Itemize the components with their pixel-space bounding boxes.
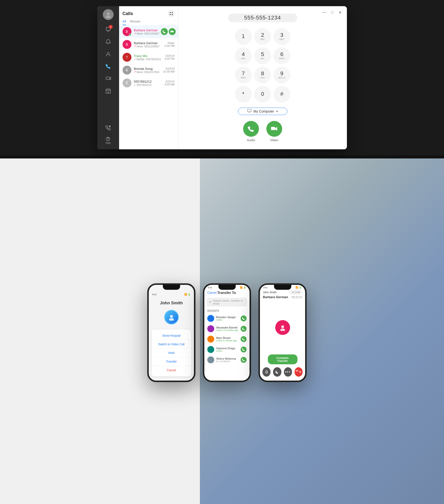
- hold-button[interactable]: [273, 367, 281, 377]
- contact-number: ↗ Work: 5553217654: [134, 71, 163, 74]
- call-button[interactable]: [241, 315, 247, 321]
- list-item[interactable]: # 5557891212 ↙ 5557891212 3/23/19 9:00 A…: [119, 77, 178, 89]
- list-item[interactable]: Giacomo Drago Active: [204, 344, 250, 355]
- list-item[interactable]: Sherry Mckenna Do not disturb: [204, 355, 250, 365]
- cancel-option[interactable]: Cancel: [152, 366, 191, 374]
- phone-2-mockup: 9:41 📶 🔋 Cancel Transfer To Search name,…: [203, 283, 251, 382]
- list-item[interactable]: B Brenda Song ↗ Work: 5553217654 3/24/19…: [119, 64, 178, 77]
- more-button[interactable]: •••: [284, 367, 292, 377]
- tab-missed[interactable]: Missed: [130, 19, 140, 25]
- calls-tabs: All Missed: [119, 17, 178, 25]
- phone-3-mockup: 9:41 📶 🔋 John Smith On Hold Barbara Germ…: [258, 283, 307, 382]
- svg-point-16: [170, 315, 173, 318]
- contact-avatar: [275, 320, 290, 335]
- search-placeholder: Search name, number or email: [213, 299, 245, 305]
- phone-notch: [274, 285, 291, 290]
- phone-1-screen: 9:41 📶 🔋 John Smith Show Keypad Switch t…: [149, 285, 194, 381]
- hold-option[interactable]: Hold: [152, 349, 191, 357]
- cancel-button[interactable]: Cancel: [207, 291, 216, 294]
- sidebar-item-calendar[interactable]: 18: [103, 86, 114, 97]
- section-label: RECENTS: [204, 309, 250, 313]
- end-call-button[interactable]: ✕: [295, 367, 303, 377]
- call-button[interactable]: [241, 347, 247, 352]
- list-item[interactable]: Brandon Seeger Active: [204, 313, 250, 324]
- phone-notch: [163, 285, 180, 290]
- sidebar-item-phone-settings[interactable]: [103, 122, 114, 133]
- list-item[interactable]: Alexandre Barrett Active 15 minutes ago: [204, 324, 250, 334]
- video-call-button[interactable]: [266, 121, 282, 137]
- phones-container: 9:41 📶 🔋 John Smith Show Keypad Switch t…: [137, 283, 307, 382]
- transfer-option[interactable]: Transfer: [152, 357, 191, 366]
- dial-key-star[interactable]: *: [235, 86, 252, 103]
- sidebar-item-meetings[interactable]: [103, 73, 114, 84]
- dial-key-6[interactable]: 6 MNO: [274, 47, 290, 64]
- dial-key-4[interactable]: 4 GHI: [235, 47, 252, 64]
- help-label: Help: [106, 142, 111, 144]
- list-item[interactable]: B Barbara German ↗ Work: 5551234567: [119, 25, 178, 38]
- dial-key-3[interactable]: 3 DEF: [274, 28, 290, 45]
- call-button[interactable]: [241, 357, 247, 363]
- monitor-icon: [247, 109, 251, 114]
- list-item[interactable]: T Tracy Wu ↙ Mobile: 5557654321 3/24/19 …: [119, 51, 178, 64]
- switch-video-option[interactable]: Switch to Video Call: [152, 340, 191, 349]
- audio-label: Audio: [247, 138, 255, 142]
- video-call-button[interactable]: [169, 28, 176, 35]
- mute-button[interactable]: [262, 367, 271, 377]
- call-button[interactable]: [241, 336, 247, 342]
- bottom-section: 9:41 📶 🔋 John Smith Show Keypad Switch t…: [0, 158, 444, 504]
- tab-all[interactable]: All: [123, 19, 126, 25]
- on-hold-badge: On Hold: [290, 290, 302, 294]
- calls-panel: Calls All Missed B: [119, 6, 178, 149]
- svg-rect-10: [172, 12, 173, 13]
- audio-call-button[interactable]: [161, 28, 168, 35]
- video-button-wrap: Video: [266, 121, 282, 142]
- status-bar: 9:41 📶 🔋: [149, 292, 194, 296]
- call-button[interactable]: [241, 326, 247, 332]
- dial-key-9[interactable]: 9 WXYZ: [274, 67, 290, 83]
- complete-transfer-button[interactable]: Complete Transfer: [268, 354, 297, 364]
- close-button[interactable]: ✕: [338, 10, 343, 15]
- audio-call-button[interactable]: [243, 121, 259, 137]
- dial-key-2[interactable]: 2 ABC: [254, 28, 271, 45]
- dial-key-1[interactable]: 1: [235, 28, 252, 45]
- dialpad-input[interactable]: 555-555-1234: [228, 14, 297, 22]
- calls-grid-button[interactable]: [168, 10, 175, 17]
- avatar-area: Show Keypad Switch to Video Call Hold Tr…: [152, 306, 191, 381]
- dial-key-7[interactable]: 7 PRS: [235, 67, 252, 83]
- call-info: Barbara German ↗ Work: 5551234567: [134, 41, 165, 48]
- contact-info: Giacomo Drago Active: [216, 347, 239, 352]
- avatar: B: [123, 66, 131, 75]
- calls-header: Calls: [119, 6, 178, 17]
- sidebar-item-messages[interactable]: 4: [103, 24, 114, 35]
- list-item[interactable]: Marc Brown Active 5 minutes ago: [204, 334, 250, 344]
- show-keypad-option[interactable]: Show Keypad: [152, 331, 191, 340]
- contact-name: Barbara German: [134, 41, 165, 45]
- avatar: T: [123, 53, 131, 62]
- sidebar-help[interactable]: Help: [104, 135, 113, 146]
- top-section: — □ ✕ 4: [0, 0, 444, 155]
- dial-key-5[interactable]: 5 JKL: [254, 47, 271, 64]
- call-info: 5557891212 ↙ 5557891212: [134, 80, 165, 86]
- top-caller-name: John Smith: [263, 291, 276, 294]
- minimize-button[interactable]: —: [322, 10, 327, 15]
- avatar[interactable]: [103, 9, 114, 20]
- window-controls: — □ ✕: [322, 10, 343, 15]
- avatar: #: [123, 78, 131, 87]
- avatar: [207, 356, 214, 363]
- svg-point-1: [106, 16, 111, 18]
- sidebar-item-notifications[interactable]: [103, 36, 114, 47]
- list-item[interactable]: B Barbara German ↗ Work: 5551234567 Toda…: [119, 38, 178, 51]
- dial-key-8[interactable]: 8 TUV: [254, 67, 271, 83]
- section-divider: [0, 155, 444, 158]
- sidebar-item-calls[interactable]: [103, 61, 114, 72]
- avatar: [207, 346, 214, 353]
- second-caller-name: Barbara German: [263, 295, 288, 299]
- search-bar[interactable]: Search name, number or email: [207, 298, 247, 307]
- maximize-button[interactable]: □: [330, 10, 335, 15]
- sidebar-item-contacts[interactable]: [103, 49, 114, 59]
- dial-key-hash[interactable]: #: [274, 86, 290, 103]
- dial-key-0[interactable]: 0: [254, 86, 271, 103]
- phone-notch: [218, 285, 236, 290]
- svg-rect-14: [248, 109, 251, 112]
- device-selector[interactable]: My Computer ▾: [238, 108, 287, 115]
